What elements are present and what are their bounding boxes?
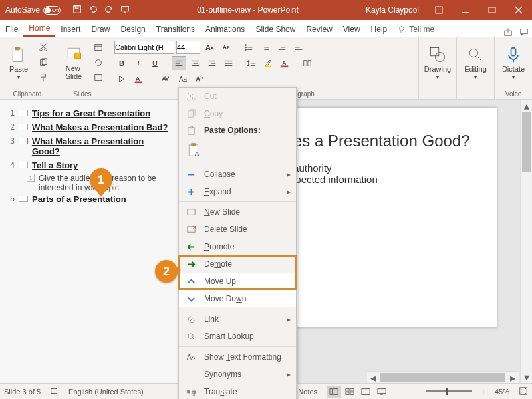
editing-button[interactable]: Editing▾ <box>461 40 490 85</box>
scroll-up-icon[interactable]: ▴ <box>521 100 532 112</box>
save-icon[interactable] <box>72 5 82 16</box>
zoom-slider[interactable] <box>426 390 472 392</box>
maximize-icon[interactable] <box>479 0 505 20</box>
ctx-link[interactable]: Link▸ <box>179 311 296 328</box>
ctx-paste-keep-text[interactable]: A <box>179 138 296 162</box>
ctx-delete-slide[interactable]: Delete Slide <box>179 221 296 238</box>
new-slide-button[interactable]: New Slide <box>59 40 88 85</box>
tab-transitions[interactable]: Transitions <box>151 22 200 37</box>
reading-view-icon[interactable] <box>358 386 373 398</box>
change-case-icon[interactable]: Aa <box>176 72 190 86</box>
redo-icon[interactable] <box>104 5 114 16</box>
ctx-expand[interactable]: Expand▸ <box>179 183 296 200</box>
minimize-icon[interactable] <box>452 0 479 20</box>
font-size-input[interactable] <box>176 41 200 54</box>
spellcheck-icon[interactable] <box>50 386 59 397</box>
tab-animations[interactable]: Animations <box>200 22 250 37</box>
language-status[interactable]: English (United States) <box>68 388 144 396</box>
scroll-thumb[interactable] <box>522 112 531 172</box>
sorter-view-icon[interactable] <box>342 386 357 398</box>
tab-slideshow[interactable]: Slide Show <box>250 22 301 37</box>
scroll-down-icon[interactable]: ▾ <box>521 371 532 383</box>
decrease-font-icon[interactable]: A▾ <box>219 40 233 55</box>
bold-icon[interactable]: B <box>114 56 129 70</box>
columns-icon[interactable] <box>300 56 315 70</box>
shape-effects-icon[interactable] <box>114 72 129 86</box>
tab-review[interactable]: Review <box>301 22 337 37</box>
ctx-collapse[interactable]: Collapse▸ <box>179 166 296 183</box>
fit-window-icon[interactable] <box>519 386 528 397</box>
start-slideshow-icon[interactable] <box>120 5 130 16</box>
ctx-translate[interactable]: a字Translate <box>179 383 296 399</box>
align-center-icon[interactable] <box>188 56 203 70</box>
ctx-demote[interactable]: Demote <box>179 255 296 273</box>
normal-view-icon[interactable] <box>327 386 341 398</box>
outline-item[interactable]: 1Tips for a Great Presentation <box>5 106 174 120</box>
font-color-icon[interactable]: A <box>277 56 292 70</box>
ctx-show-text-formatting[interactable]: AAShow Text Formatting <box>179 348 296 366</box>
layout-icon[interactable] <box>91 40 106 55</box>
tell-me-search[interactable]: Tell me <box>392 22 440 37</box>
share-icon[interactable] <box>500 27 516 37</box>
text-formatting-icon: AA <box>184 353 198 361</box>
dictate-button[interactable]: Dictate▾ <box>499 40 528 85</box>
vertical-scrollbar[interactable]: ▴ ▾ <box>520 100 532 383</box>
outline-pane[interactable]: 1Tips for a Great Presentation 2What Mak… <box>0 100 180 383</box>
ctx-new-slide[interactable]: New Slide <box>179 203 296 221</box>
tab-home[interactable]: Home <box>23 21 55 37</box>
drawing-button[interactable]: Drawing▾ <box>423 40 452 85</box>
bullets-icon[interactable] <box>241 40 256 55</box>
ctx-move-down[interactable]: Move Down <box>179 290 296 307</box>
tab-view[interactable]: View <box>338 22 366 37</box>
ctx-promote[interactable]: Promote <box>179 238 296 255</box>
copy-icon[interactable] <box>36 55 51 70</box>
paste-button[interactable]: Paste ▾ <box>4 40 33 85</box>
reset-icon[interactable] <box>91 55 106 70</box>
indent-left-icon[interactable] <box>275 40 289 55</box>
underline-icon[interactable]: U <box>148 56 162 70</box>
increase-font-icon[interactable]: A▴ <box>202 40 217 55</box>
svg-rect-90 <box>350 388 354 391</box>
svg-rect-92 <box>350 392 354 394</box>
align-right-icon[interactable] <box>205 56 219 70</box>
svg-text:A: A <box>136 75 140 82</box>
ribbon-display-icon[interactable] <box>426 0 452 20</box>
section-icon[interactable] <box>91 70 106 85</box>
highlight-icon[interactable] <box>261 56 275 70</box>
close-icon[interactable] <box>505 0 532 20</box>
italic-icon[interactable]: I <box>131 56 146 70</box>
undo-icon[interactable] <box>88 5 98 16</box>
cut-icon[interactable] <box>36 40 51 55</box>
horizontal-scrollbar[interactable]: ◂▸ <box>367 371 519 383</box>
tab-insert[interactable]: Insert <box>55 22 86 37</box>
text-fill-icon[interactable]: A <box>131 72 146 86</box>
zoom-out-icon[interactable]: − <box>412 388 416 396</box>
indent-right-icon[interactable] <box>291 40 306 55</box>
ctx-synonyms[interactable]: Synonyms▸ <box>179 366 296 383</box>
tab-draw[interactable]: Draw <box>86 22 115 37</box>
clear-formatting-icon[interactable]: A <box>192 72 207 86</box>
autosave-toggle[interactable]: AutoSave Off <box>0 5 66 15</box>
zoom-in-icon[interactable]: + <box>481 388 485 396</box>
slideshow-view-icon[interactable] <box>374 386 389 398</box>
svg-point-8 <box>400 26 404 31</box>
align-left-icon[interactable] <box>172 56 186 70</box>
format-painter-icon[interactable] <box>36 70 51 85</box>
character-spacing-icon[interactable]: AV <box>159 72 174 86</box>
ctx-copy[interactable]: Copy <box>179 105 296 122</box>
tab-file[interactable]: File <box>0 22 23 37</box>
zoom-level[interactable]: 45% <box>495 388 509 396</box>
tab-help[interactable]: Help <box>366 22 393 37</box>
justify-icon[interactable] <box>221 56 236 70</box>
font-name-input[interactable] <box>114 41 174 54</box>
line-spacing-icon[interactable] <box>244 56 259 70</box>
ctx-cut[interactable]: Cut <box>179 88 296 105</box>
ctx-move-up[interactable]: Move Up <box>179 273 296 290</box>
outline-item-selected[interactable]: 3What Makes a Presentation Good? <box>5 134 174 158</box>
slide-counter[interactable]: Slide 3 of 5 <box>4 388 41 396</box>
tab-design[interactable]: Design <box>115 22 150 37</box>
outline-item[interactable]: 2What Makes a Presentation Bad? <box>5 120 174 134</box>
comments-icon[interactable] <box>516 27 532 37</box>
ctx-smart-lookup[interactable]: Smart Lookup <box>179 328 296 345</box>
numbering-icon[interactable] <box>258 40 273 55</box>
